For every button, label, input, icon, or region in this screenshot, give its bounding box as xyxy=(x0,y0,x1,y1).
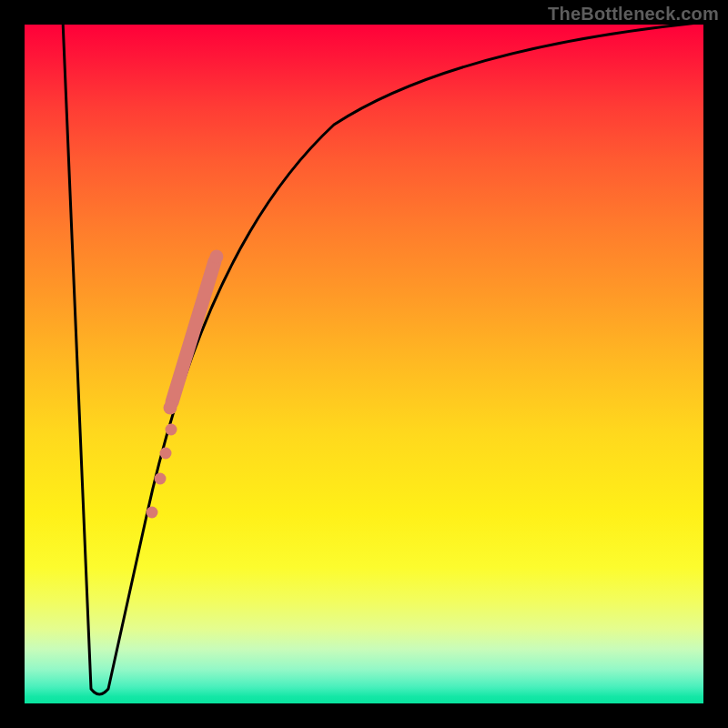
plot-area xyxy=(25,25,703,703)
scatter-dot xyxy=(160,448,172,460)
scatter-dot xyxy=(147,507,158,519)
scatter-dense-segment xyxy=(172,261,215,402)
scatter-dot xyxy=(166,424,177,436)
bottleneck-curve xyxy=(63,25,703,694)
scatter-dot xyxy=(164,401,177,415)
scatter-dot xyxy=(155,473,167,485)
watermark-text: TheBottleneck.com xyxy=(548,4,719,25)
curve-layer xyxy=(25,25,703,703)
scatter-dot xyxy=(210,250,224,264)
chart-frame: TheBottleneck.com xyxy=(0,0,728,728)
